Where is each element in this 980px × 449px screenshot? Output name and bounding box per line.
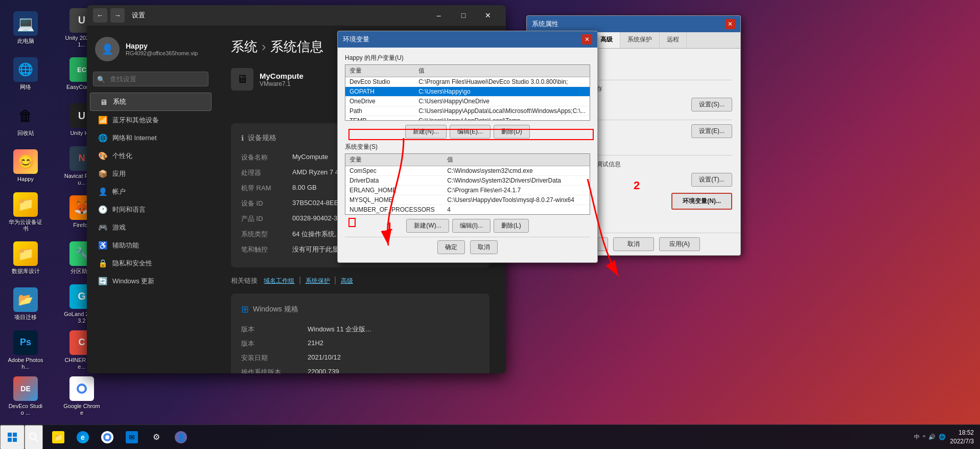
user-var-row-3[interactable]: Path C:\Users\Happy\AppData\Local\Micros… — [345, 106, 590, 116]
sidebar-item-gaming[interactable]: 🎮 游戏 — [90, 219, 212, 236]
user-email: RG4092@office365home.vip — [126, 50, 198, 56]
sysprop-titlebar: 系统属性 ✕ — [527, 16, 740, 32]
desktop-icon-adobe[interactable]: Ps Adobe Photosh... — [5, 327, 46, 373]
system-var-row-5[interactable]: OS Windows_NT — [345, 215, 590, 215]
perf-settings-button[interactable]: 设置(S)... — [691, 98, 732, 111]
windows-specs-title: ⊞ Windows 规格 — [241, 304, 479, 315]
system-var-row-0[interactable]: ComSpec C:\Windows\system32\cmd.exe — [345, 166, 590, 176]
tray-lang: 中 — [914, 433, 920, 441]
env-vars-button[interactable]: 环境变量(N)... — [671, 193, 732, 210]
system-edit-button[interactable]: 编辑(I)... — [452, 219, 491, 233]
startup-settings-button[interactable]: 设置(T)... — [691, 173, 732, 187]
search-icon: 🔍 — [97, 75, 105, 83]
sidebar-item-update-label: Windows 更新 — [112, 277, 154, 286]
search-box[interactable]: 🔍 — [93, 72, 208, 86]
back-button[interactable]: ← — [93, 8, 107, 23]
desktop-icon-deveco[interactable]: DE DevEco Studio ... — [5, 373, 46, 419]
related-link-domain[interactable]: 域名工作组 — [264, 277, 294, 284]
desktop-icon-project[interactable]: 📂 项目迁移 — [5, 281, 46, 327]
close-button[interactable]: ✕ — [476, 7, 500, 24]
desktop-icon-huawei[interactable]: 📁 华为云设备证书 — [5, 189, 46, 235]
tab-remote[interactable]: 远程 — [660, 32, 687, 48]
sidebar-item-system[interactable]: 🖥 系统 — [90, 93, 212, 111]
windows-logo-icon: ⊞ — [241, 304, 249, 315]
sidebar-item-access[interactable]: ♿ 辅助功能 — [90, 237, 212, 254]
tab-system-protection[interactable]: 系统保护 — [620, 32, 660, 48]
env-dialog-bottom-buttons: 确定 取消 — [345, 237, 590, 256]
desktop-icon-happy[interactable]: 😊 Happy — [5, 143, 46, 189]
network-icon: 🌐 — [98, 133, 107, 143]
svg-point-1 — [79, 386, 85, 392]
system-var-row-2[interactable]: ERLANG_HOME C:\Program Files\erl-24.1.7 — [345, 186, 590, 195]
system-vars-table-container[interactable]: 变量 值 ComSpec C:\Windows\system32\cmd.exe… — [345, 153, 590, 215]
minimize-button[interactable]: – — [427, 7, 451, 24]
user-var-buttons: 新建(N)... 编辑(E)... 删除(D) — [345, 125, 590, 139]
sidebar-item-privacy[interactable]: 🔒 隐私和安全性 — [90, 255, 212, 272]
env-ok-button[interactable]: 确定 — [437, 240, 465, 254]
user-var-row-0[interactable]: DevEco Studio C:\Program Files\Huawei\De… — [345, 77, 590, 87]
user-var-row-2[interactable]: OneDrive C:\Users\Happy\OneDrive — [345, 97, 590, 106]
window-controls: – □ ✕ — [427, 7, 500, 24]
env-dialog-close[interactable]: ✕ — [582, 34, 592, 44]
windows-info-row-2: 安装日期 2021/10/12 — [241, 351, 479, 365]
sidebar-item-bluetooth[interactable]: 📶 蓝牙和其他设备 — [90, 111, 212, 129]
system-new-button[interactable]: 新建(W)... — [406, 219, 449, 233]
sidebar-item-gaming-label: 游戏 — [112, 223, 126, 232]
desktop-icon-chrome[interactable]: Google Chrome — [61, 373, 102, 419]
desktop-icon-recycle[interactable]: 🗑 回收站 — [5, 97, 46, 143]
system-var-row-4[interactable]: NUMBER_OF_PROCESSORS 4 — [345, 205, 590, 215]
taskbar-mail-icon[interactable]: ✉ — [121, 425, 143, 450]
sysprop-close[interactable]: ✕ — [725, 19, 735, 29]
sidebar-item-bluetooth-label: 蓝牙和其他设备 — [112, 116, 159, 125]
env-cancel-button[interactable]: 取消 — [470, 240, 498, 254]
system-var-row-1[interactable]: DriverData C:\Windows\System32\Drivers\D… — [345, 176, 590, 186]
related-link-protection[interactable]: 系统保护 — [306, 277, 330, 284]
sidebar-item-network[interactable]: 🌐 网络和 Internet — [90, 129, 212, 147]
system-delete-button[interactable]: 删除(L) — [494, 219, 529, 233]
desktop-icon-database[interactable]: 📁 数据库设计 — [5, 235, 46, 281]
system-var-row-3[interactable]: MYSQL_HOME C:\Users\Happy\devTools\mysql… — [345, 195, 590, 205]
windows-info-row-1: 版本 21H2 — [241, 336, 479, 351]
user-var-row-1[interactable]: GOPATH C:\Users\Happy\go — [345, 87, 590, 97]
user-vars-table-container[interactable]: 变量 值 DevEco Studio C:\Program Files\Huaw… — [345, 64, 590, 121]
maximize-button[interactable]: □ — [452, 7, 475, 24]
computer-name: MyCompute — [260, 72, 304, 80]
taskbar-search-button[interactable] — [25, 425, 43, 450]
user-edit-button[interactable]: 编辑(E)... — [450, 125, 491, 139]
sidebar-item-personalize-label: 个性化 — [112, 151, 132, 161]
sysprop-cancel-button[interactable]: 取消 — [613, 237, 654, 251]
sidebar-item-time-label: 时间和语言 — [112, 205, 146, 214]
taskbar-icons: 📁 e ✉ ⚙ 👤 — [47, 425, 192, 450]
desktop-icon-pc[interactable]: 💻 此电脑 — [5, 5, 46, 51]
sidebar-item-personalize[interactable]: 🎨 个性化 — [90, 147, 212, 165]
taskbar-people-icon[interactable]: 👤 — [170, 425, 192, 450]
taskbar-settings-icon[interactable]: ⚙ — [145, 425, 168, 450]
user-delete-button[interactable]: 删除(D) — [494, 125, 530, 139]
user-info: 👤 Happy RG4092@office365home.vip — [87, 31, 215, 68]
sidebar-item-account[interactable]: 👤 帐户 — [90, 183, 212, 200]
user-new-button[interactable]: 新建(N)... — [405, 125, 447, 139]
bluetooth-icon: 📶 — [98, 116, 107, 125]
desktop-icon-network[interactable]: 🌐 网络 — [5, 51, 46, 97]
start-button[interactable] — [0, 425, 25, 450]
sysprop-apply-button[interactable]: 应用(A) — [659, 237, 700, 251]
svg-rect-6 — [8, 438, 12, 442]
sidebar-item-time[interactable]: 🕐 时间和语言 — [90, 201, 212, 218]
sidebar-item-apps[interactable]: 📦 应用 — [90, 165, 212, 183]
search-input[interactable] — [93, 72, 208, 86]
taskbar: 📁 e ✉ ⚙ 👤 — [0, 424, 980, 449]
settings2-button[interactable]: 设置(E)... — [691, 124, 732, 138]
related-link-advanced[interactable]: 高级 — [341, 277, 353, 284]
user-vars-header: 变量 值 — [345, 65, 590, 77]
sidebar-item-update[interactable]: 🔄 Windows 更新 — [90, 273, 212, 290]
taskbar-right: 中 ^ 🔊 🌐 18:52 2022/7/3 — [914, 429, 980, 446]
related-links-label: 相关链接 — [231, 277, 258, 284]
device-icon: ℹ — [241, 134, 244, 142]
forward-button[interactable]: → — [110, 8, 125, 23]
taskbar-search-icon — [29, 433, 38, 442]
taskbar-edge-icon[interactable]: e — [72, 425, 94, 450]
user-var-row-4[interactable]: TEMP C:\Users\Happy\AppData\Local\Temp — [345, 116, 590, 121]
taskbar-explorer-icon[interactable]: 📁 — [47, 425, 69, 450]
taskbar-chrome-icon[interactable] — [96, 425, 119, 450]
desktop: 💻 此电脑 🌐 网络 🗑 回收站 😊 Happy 📁 华为云设备证书 📁 数据库… — [0, 0, 980, 449]
